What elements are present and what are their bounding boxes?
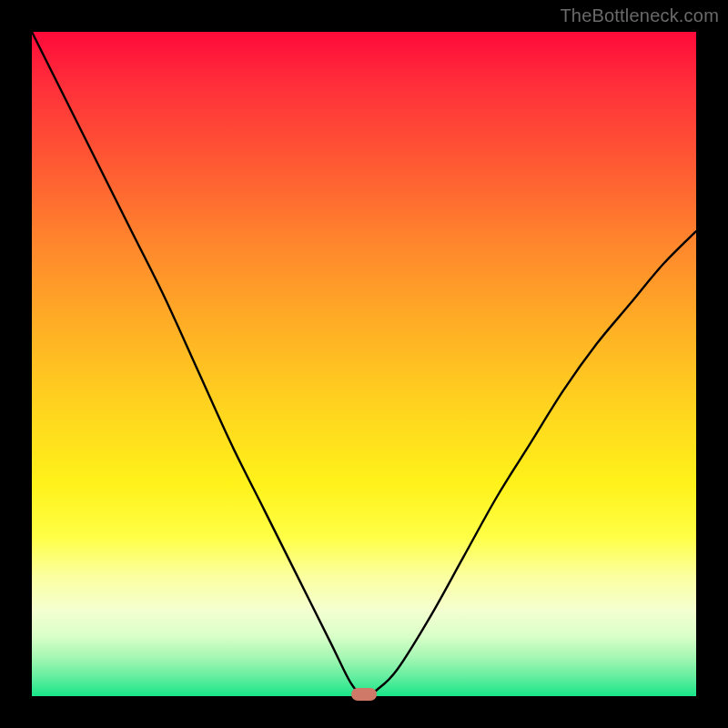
optimal-point-marker bbox=[351, 688, 377, 701]
plot-area bbox=[32, 32, 696, 696]
bottleneck-curve bbox=[32, 32, 696, 696]
watermark-text: TheBottleneck.com bbox=[560, 5, 719, 26]
chart-frame: TheBottleneck.com bbox=[0, 0, 728, 728]
